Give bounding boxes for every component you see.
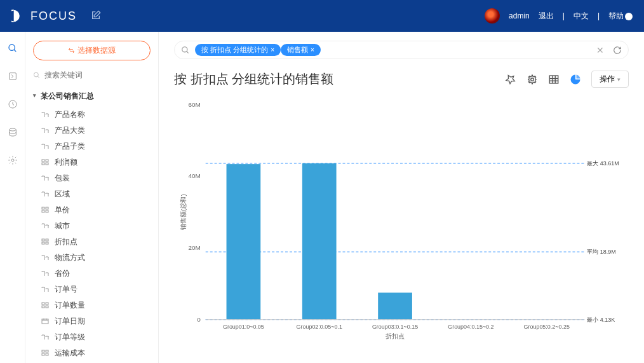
field-item[interactable]: 利润额	[41, 154, 151, 170]
number-type-icon	[41, 207, 50, 214]
svg-rect-19	[46, 303, 48, 305]
field-item[interactable]: 折扣点	[41, 234, 151, 250]
x-tick-label: Group01:0~0.05	[223, 324, 264, 330]
main-area: 按 折扣点 分组统计的×销售额× ✕ 按 折扣点 分组统计的销售额 操作▾ 02…	[159, 32, 644, 363]
text-type-icon	[41, 127, 50, 135]
text-type-icon	[41, 143, 50, 151]
svg-rect-30	[549, 76, 558, 83]
close-icon[interactable]: ×	[311, 46, 314, 53]
sidebar-search-input[interactable]	[44, 71, 151, 79]
number-type-icon	[41, 159, 50, 167]
close-icon[interactable]: ×	[271, 46, 274, 53]
svg-text:20M: 20M	[188, 244, 200, 251]
svg-text:60M: 60M	[188, 101, 200, 108]
text-type-icon	[41, 223, 50, 230]
field-label: 订单等级	[55, 332, 85, 343]
clock-icon[interactable]	[8, 99, 18, 109]
logout-link[interactable]: 退出	[539, 11, 554, 22]
svg-point-0	[9, 45, 15, 50]
field-list: 产品名称产品大类产品子类利润额包装区域单价城市折扣点物流方式省份订单号订单数量订…	[33, 107, 151, 363]
svg-rect-20	[42, 306, 44, 308]
favorite-icon[interactable]	[8, 71, 18, 81]
field-label: 利润额	[55, 157, 77, 168]
sidebar-search[interactable]	[33, 71, 151, 79]
svg-text:0: 0	[197, 316, 201, 323]
edit-icon[interactable]	[91, 10, 101, 22]
bar-chart: 020M40M60M销售额(总和)最大 43.61M平均 18.9M最小 4.1…	[174, 95, 629, 354]
text-type-icon	[41, 254, 50, 262]
header-right: admin 退出 | 中文 | 帮助?	[485, 8, 633, 24]
svg-rect-26	[46, 353, 48, 355]
gear-icon[interactable]	[8, 155, 18, 165]
search-icon	[181, 46, 190, 55]
chevron-down-icon: ▾	[617, 76, 621, 83]
date-type-icon	[41, 318, 50, 325]
field-item[interactable]: 订单等级	[41, 329, 151, 345]
tree-title[interactable]: 某公司销售汇总	[33, 88, 151, 107]
field-item[interactable]: 物流方式	[41, 250, 151, 266]
reference-label: 最大 43.61M	[587, 160, 619, 167]
text-type-icon	[41, 270, 50, 278]
svg-point-3	[9, 128, 16, 131]
svg-rect-21	[46, 306, 48, 308]
bar[interactable]	[378, 292, 412, 319]
clear-icon[interactable]: ✕	[596, 45, 604, 55]
brand-logo: FOCUS	[11, 9, 77, 23]
query-pill[interactable]: 销售额×	[281, 44, 321, 56]
x-tick-label: Group02:0.05~0.1	[297, 324, 342, 330]
svg-rect-17	[46, 242, 48, 244]
field-item[interactable]: 包装	[41, 170, 151, 186]
text-type-icon	[41, 111, 50, 119]
field-item[interactable]: 运输成本	[41, 345, 151, 361]
search-icon[interactable]	[8, 43, 18, 53]
number-type-icon	[41, 350, 50, 357]
query-pill-bar: 按 折扣点 分组统计的×销售额× ✕	[174, 41, 629, 59]
field-label: 区域	[55, 189, 70, 200]
text-type-icon	[41, 191, 50, 198]
field-item[interactable]: 订单号	[41, 282, 151, 298]
bar[interactable]	[302, 163, 337, 320]
field-item[interactable]: 产品大类	[41, 123, 151, 139]
field-label: 产品子类	[55, 141, 85, 152]
refresh-icon[interactable]	[613, 46, 622, 55]
query-pill[interactable]: 按 折扣点 分组统计的×	[195, 44, 281, 56]
svg-rect-12	[42, 210, 44, 212]
chart-toolbar: 操作▾	[505, 71, 629, 88]
chart-view-icon[interactable]	[570, 74, 581, 85]
field-item[interactable]: 订单数量	[41, 298, 151, 313]
gear-icon[interactable]	[527, 74, 538, 85]
field-item[interactable]: 订单日期	[41, 313, 151, 329]
svg-rect-9	[46, 163, 48, 165]
select-datasource-button[interactable]: 选择数据源	[33, 41, 151, 60]
table-view-icon[interactable]	[548, 74, 560, 85]
field-label: 产品大类	[55, 125, 85, 136]
database-icon[interactable]	[8, 127, 18, 137]
avatar[interactable]	[485, 8, 500, 24]
pin-icon[interactable]	[505, 74, 516, 85]
reference-label: 最小 4.13K	[587, 317, 615, 323]
x-tick-label: Group03:0.1~0.15	[372, 324, 418, 330]
svg-rect-8	[42, 163, 44, 165]
search-icon	[33, 71, 41, 79]
field-item[interactable]: 单价	[41, 202, 151, 218]
sidebar: 选择数据源 某公司销售汇总 产品名称产品大类产品子类利润额包装区域单价城市折扣点…	[25, 32, 159, 363]
svg-rect-6	[42, 160, 44, 161]
logo-icon	[11, 9, 25, 23]
svg-point-29	[531, 78, 534, 81]
field-item[interactable]: 省份	[41, 266, 151, 282]
field-item[interactable]: 城市	[41, 218, 151, 234]
username[interactable]: admin	[509, 11, 530, 20]
field-item[interactable]: 区域	[41, 186, 151, 202]
number-type-icon	[41, 302, 50, 310]
field-label: 运输成本	[55, 348, 85, 359]
field-item[interactable]: 产品子类	[41, 139, 151, 154]
bar[interactable]	[227, 164, 261, 320]
field-item[interactable]: 产品名称	[41, 107, 151, 123]
field-label: 订单数量	[55, 300, 85, 311]
help-link[interactable]: 帮助?	[608, 11, 633, 22]
field-label: 折扣点	[55, 236, 77, 247]
field-label: 单价	[55, 205, 70, 216]
ops-button[interactable]: 操作▾	[591, 71, 629, 88]
svg-rect-10	[42, 207, 44, 209]
lang-link[interactable]: 中文	[574, 11, 589, 22]
